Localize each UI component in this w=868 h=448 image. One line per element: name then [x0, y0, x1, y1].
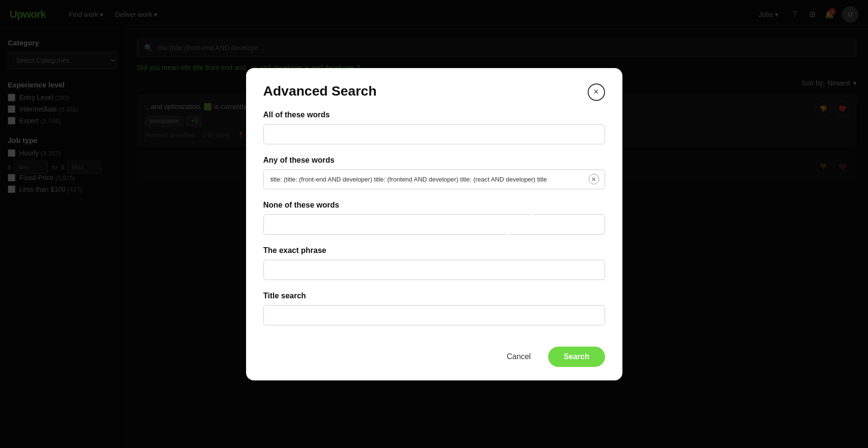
all-words-input[interactable] [263, 124, 605, 144]
exact-phrase-label: The exact phrase [263, 246, 605, 255]
none-words-input[interactable] [263, 214, 605, 235]
any-words-field: Any of these words ✕ [263, 156, 605, 189]
title-search-field: Title search [263, 292, 605, 325]
modal-footer: Cancel Search [246, 337, 622, 380]
search-button[interactable]: Search [548, 347, 605, 367]
modal-header: Advanced Search × [246, 68, 622, 111]
modal-overlay: Advanced Search × All of these words Any… [0, 0, 868, 448]
modal-body[interactable]: All of these words Any of these words ✕ … [246, 111, 622, 337]
any-words-label: Any of these words [263, 156, 605, 165]
modal-close-button[interactable]: × [588, 84, 605, 101]
title-search-input[interactable] [263, 305, 605, 325]
any-words-clear-button[interactable]: ✕ [589, 174, 599, 184]
any-words-input[interactable] [263, 169, 605, 189]
none-words-field: None of these words [263, 201, 605, 235]
cancel-button[interactable]: Cancel [497, 348, 540, 366]
title-search-label: Title search [263, 292, 605, 300]
all-words-label: All of these words [263, 111, 605, 119]
exact-phrase-field: The exact phrase [263, 246, 605, 280]
exact-phrase-input[interactable] [263, 260, 605, 280]
all-words-field: All of these words [263, 111, 605, 144]
modal-title: Advanced Search [263, 84, 377, 99]
none-words-label: None of these words [263, 201, 605, 210]
any-words-input-wrap: ✕ [263, 169, 605, 189]
advanced-search-modal: Advanced Search × All of these words Any… [246, 68, 622, 380]
